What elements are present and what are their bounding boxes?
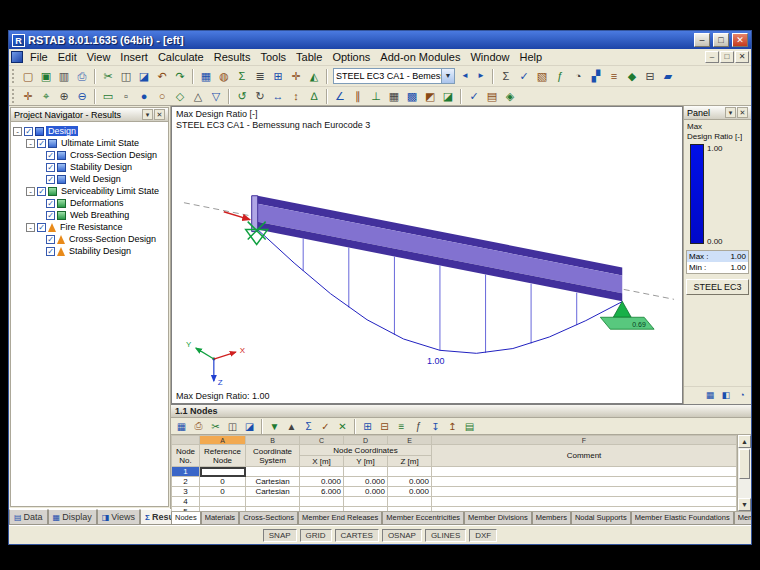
menu-edit[interactable]: Edit — [53, 50, 82, 64]
cell-comment[interactable] — [432, 487, 737, 497]
view-z-icon[interactable]: ● — [135, 88, 153, 105]
previous-view-icon[interactable]: △ — [189, 88, 207, 105]
cell-coordinate-system[interactable] — [246, 497, 300, 507]
tree-item-cross-section-design[interactable]: Cross-Section Design — [46, 149, 166, 161]
cell-y[interactable]: 0.000 — [344, 487, 388, 497]
partial-view-icon[interactable]: ◔ — [569, 68, 587, 85]
ok-icon[interactable]: ✓ — [317, 419, 334, 434]
visibility-icon[interactable]: ▞ — [587, 68, 605, 85]
minimize-button[interactable]: – — [694, 33, 710, 47]
grid-toggle[interactable]: GRID — [300, 529, 332, 542]
panel-display-icon[interactable]: ◔ — [735, 389, 749, 402]
save-icon[interactable]: ▥ — [55, 68, 73, 85]
cell-y[interactable] — [344, 497, 388, 507]
header-node-coordinates[interactable]: Node Coordinates — [300, 445, 432, 456]
navigator-title-bar[interactable]: Project Navigator - Results ▾ ✕ — [11, 108, 168, 122]
cell-comment[interactable] — [432, 477, 737, 487]
collapse-icon[interactable] — [26, 187, 35, 196]
undo-icon[interactable]: ↶ — [153, 68, 171, 85]
table-tab-member-end-releases[interactable]: Member End Releases — [298, 512, 382, 525]
wireframe-icon[interactable]: ◪ — [439, 88, 457, 105]
scrollbar-thumb[interactable] — [739, 449, 750, 479]
add-module-icon[interactable]: ⊞ — [269, 68, 287, 85]
zoom-all-icon[interactable]: ✛ — [19, 88, 37, 105]
angle-icon[interactable]: ∠ — [331, 88, 349, 105]
menu-table[interactable]: Table — [291, 50, 327, 64]
cartes-toggle[interactable]: CARTES — [335, 529, 379, 542]
load-case-combobox[interactable]: STEEL EC3 CA1 - Bemessun ▼ — [333, 68, 455, 84]
cell-x[interactable] — [300, 467, 344, 477]
row-number[interactable]: 4 — [172, 497, 200, 507]
table-settings-icon[interactable]: ▤ — [461, 419, 478, 434]
table-tab-member-eccentricities[interactable]: Member Eccentricities — [382, 512, 464, 525]
new-table-icon[interactable]: ▦ — [197, 68, 215, 85]
table-tab-materials[interactable]: Materials — [201, 512, 239, 525]
render-icon[interactable]: ◍ — [215, 68, 233, 85]
color-scale-icon[interactable]: ▦ — [703, 389, 717, 402]
header-x[interactable]: X [m] — [300, 456, 344, 467]
formula-icon[interactable]: ƒ — [410, 419, 427, 434]
cell-x[interactable] — [300, 497, 344, 507]
result-diagram-icon[interactable]: ▧ — [533, 68, 551, 85]
tree-item-web-breathing[interactable]: Web Breathing — [46, 209, 166, 221]
toolbar-grip[interactable] — [12, 69, 16, 83]
parallel-icon[interactable]: ∥ — [349, 88, 367, 105]
menu-calculate[interactable]: Calculate — [153, 50, 209, 64]
panel-settings-icon[interactable]: ◧ — [719, 389, 733, 402]
tree-item-fire-resistance[interactable]: Fire Resistance — [26, 221, 166, 233]
cell-coordinate-system[interactable] — [246, 467, 300, 477]
cell-reference-node[interactable] — [200, 497, 246, 507]
stability-checkbox[interactable] — [46, 163, 55, 172]
menu-insert[interactable]: Insert — [115, 50, 153, 64]
collapse-icon[interactable] — [13, 127, 22, 136]
table-tab-member-nonlinearities[interactable]: Member Nonlinearities — [734, 512, 751, 525]
column-letter-e[interactable]: E — [388, 436, 432, 445]
collapse-icon[interactable] — [26, 139, 35, 148]
fit-icon[interactable]: ↔ — [269, 88, 287, 105]
row-number[interactable]: 1 — [172, 467, 200, 477]
osnap-toggle[interactable]: OSNAP — [382, 529, 422, 542]
menu-tools[interactable]: Tools — [255, 50, 291, 64]
copy-icon[interactable]: ◫ — [117, 68, 135, 85]
calculate-case-icon[interactable]: Σ — [497, 68, 515, 85]
table-title-bar[interactable]: 1.1 Nodes — [171, 405, 751, 418]
menu-addon-modules[interactable]: Add-on Modules — [375, 50, 465, 64]
sum-icon[interactable]: Σ — [300, 419, 317, 434]
mdi-restore-button[interactable]: □ — [720, 51, 734, 63]
mdi-minimize-button[interactable]: – — [705, 51, 719, 63]
grid-icon[interactable]: ▦ — [385, 88, 403, 105]
row-number[interactable]: 3 — [172, 487, 200, 497]
web-breathing-checkbox[interactable] — [46, 211, 55, 220]
collapse-icon[interactable] — [26, 223, 35, 232]
half-shade-icon[interactable]: ◩ — [421, 88, 439, 105]
rotate-view-icon[interactable]: ▽ — [207, 88, 225, 105]
print-icon[interactable]: ⎙ — [73, 68, 91, 85]
cell-coordinate-system[interactable]: Cartesian — [246, 487, 300, 497]
view-y-icon[interactable]: ▫ — [117, 88, 135, 105]
cut-row-icon[interactable]: ✂ — [207, 419, 224, 434]
cell-reference-node[interactable] — [200, 467, 246, 477]
cell-reference-node[interactable]: 0 — [200, 477, 246, 487]
tree-item-fire-cross-section-design[interactable]: Cross-Section Design — [46, 233, 166, 245]
steel-ec3-button[interactable]: STEEL EC3 — [686, 279, 749, 295]
table-tab-cross-sections[interactable]: Cross-Sections — [239, 512, 298, 525]
table-tab-members[interactable]: Members — [532, 512, 571, 525]
navigator-close-icon[interactable]: ✕ — [154, 109, 165, 120]
table-tab-member-divisions[interactable]: Member Divisions — [464, 512, 532, 525]
tab-display[interactable]: ▦ Display — [48, 509, 97, 525]
panel-pin-icon[interactable]: ▾ — [725, 107, 736, 118]
document-icon[interactable] — [11, 51, 23, 63]
results-table-icon[interactable]: ≣ — [251, 68, 269, 85]
cross-section-checkbox[interactable] — [46, 151, 55, 160]
tree-item-deformations[interactable]: Deformations — [46, 197, 166, 209]
right-support-pad[interactable] — [600, 317, 654, 329]
zoom-window-icon[interactable]: ⌖ — [37, 88, 55, 105]
tree-item-stability-design[interactable]: Stability Design — [46, 161, 166, 173]
render-mode-icon[interactable]: ◈ — [501, 88, 519, 105]
title-bar[interactable]: R RSTAB 8.01.1635 (64bit) - [eft] – □ ✕ — [9, 31, 751, 49]
cancel-icon[interactable]: ✕ — [334, 419, 351, 434]
cell-reference-node[interactable]: 0 — [200, 487, 246, 497]
view-x-icon[interactable]: ▭ — [99, 88, 117, 105]
snap-toggle[interactable]: SNAP — [263, 529, 297, 542]
move-view-icon[interactable]: ↻ — [251, 88, 269, 105]
